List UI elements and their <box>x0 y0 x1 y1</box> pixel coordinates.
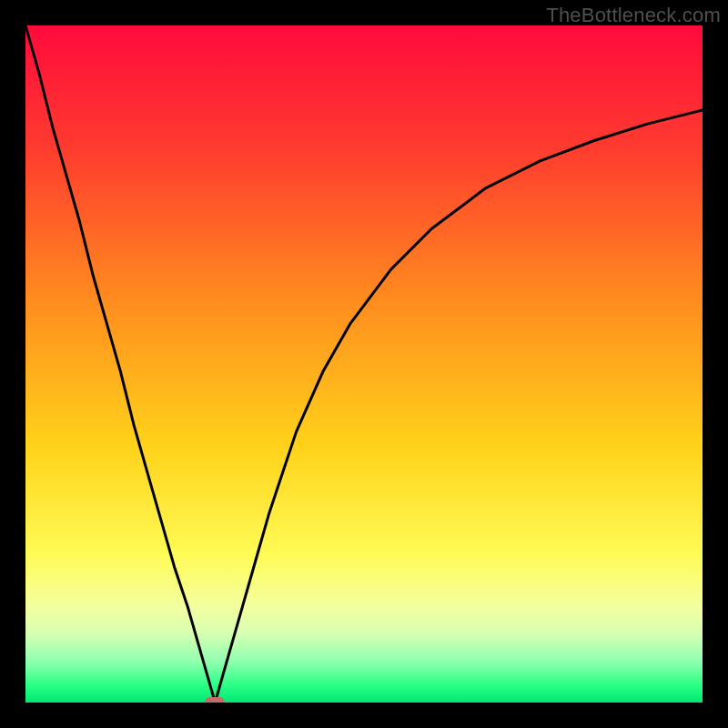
chart-frame: TheBottleneck.com <box>0 0 728 728</box>
bottleneck-chart <box>25 25 703 703</box>
plot-area <box>25 25 703 703</box>
optimal-point-marker <box>205 697 225 703</box>
gradient-background <box>25 25 703 703</box>
watermark-text: TheBottleneck.com <box>546 4 721 27</box>
